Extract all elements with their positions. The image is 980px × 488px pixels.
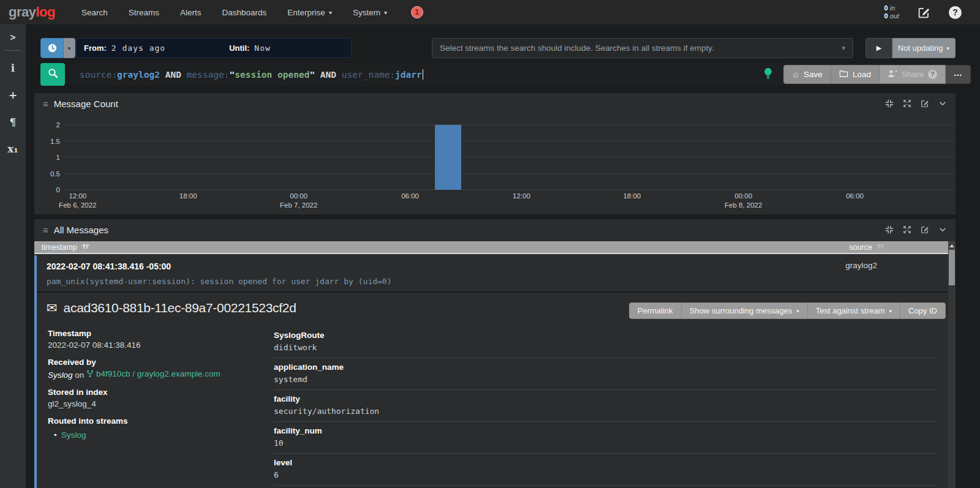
x-tick-label: 12:00 bbox=[513, 192, 530, 200]
scrollbar-thumb[interactable] bbox=[949, 250, 955, 285]
field-value: diditwork bbox=[274, 343, 936, 352]
column-header-source[interactable]: source bbox=[849, 242, 884, 252]
field-name[interactable]: facility bbox=[274, 394, 936, 404]
nav-item-streams[interactable]: Streams bbox=[118, 0, 170, 24]
message-block: 2022-02-07 08:41:38.416 -05:00 graylog2 … bbox=[34, 255, 948, 488]
caret-down-icon: ▾ bbox=[947, 45, 950, 51]
column-header-timestamp[interactable]: timestamp bbox=[42, 242, 89, 252]
folder-icon bbox=[839, 69, 848, 80]
test-against-stream-button[interactable]: Test against stream▾ bbox=[808, 302, 900, 319]
message-table-row[interactable]: 2022-02-07 08:41:38.416 -05:00 graylog2 bbox=[37, 255, 948, 273]
query-action-buttons: ☆ Save Load Share ? ⋯ bbox=[783, 65, 971, 84]
sidebar-expand-chevron-icon[interactable]: > bbox=[0, 24, 26, 49]
nav-item-system[interactable]: System▾ bbox=[342, 0, 398, 24]
show-surrounding-messages-button[interactable]: Show surrounding messages▾ bbox=[682, 302, 808, 319]
y-tick-label: 1.5 bbox=[50, 138, 60, 145]
info-icon[interactable]: i bbox=[7, 54, 18, 81]
search-button[interactable] bbox=[40, 63, 65, 86]
query-text: source:graylog2 AND message:"session ope… bbox=[80, 70, 422, 80]
field-name[interactable]: SyslogRoute bbox=[274, 331, 936, 340]
formatting-icon[interactable]: ¶ bbox=[7, 108, 18, 135]
gridline bbox=[64, 124, 956, 125]
lightbulb-icon[interactable] bbox=[763, 67, 774, 82]
sort-icon[interactable] bbox=[876, 242, 884, 252]
nav-item-alerts[interactable]: Alerts bbox=[170, 0, 212, 24]
field-block-level: level6 bbox=[274, 454, 936, 486]
message-id: acad3610-881b-11ec-89a7-00221523cf2d bbox=[64, 301, 296, 315]
timerange-display[interactable]: From: 2 days ago Until: Now bbox=[76, 38, 352, 58]
focus-widget-icon[interactable] bbox=[885, 225, 894, 234]
field-name[interactable]: facility_num bbox=[274, 426, 936, 435]
field-value: 10 bbox=[274, 438, 936, 448]
timerange-caret-button[interactable]: ▾ bbox=[64, 38, 75, 58]
query-token-value: graylog2 bbox=[117, 70, 160, 80]
triangle-up-icon bbox=[949, 244, 954, 247]
nav-item-enterprise[interactable]: Enterprise▾ bbox=[277, 0, 342, 24]
caret-down-icon: ▾ bbox=[384, 9, 387, 16]
routed-streams-list: Syslog bbox=[48, 430, 274, 440]
collapse-widget-chevron-icon[interactable] bbox=[938, 225, 947, 234]
edit-pencil-square-icon[interactable] bbox=[918, 6, 930, 19]
from-label: From: bbox=[84, 43, 107, 53]
nav-item-dashboards[interactable]: Dashboards bbox=[212, 0, 277, 24]
play-button[interactable]: ▶ bbox=[865, 38, 892, 58]
stream-link[interactable]: Syslog bbox=[61, 430, 86, 440]
caret-down-icon: ▾ bbox=[329, 9, 332, 16]
field-value: security/authorization bbox=[274, 407, 936, 416]
field-block-facility_num: facility_num10 bbox=[274, 422, 936, 454]
copy-id-button[interactable]: Copy ID bbox=[900, 302, 946, 319]
refresh-interval-button[interactable]: Not updating ▾ bbox=[892, 38, 956, 58]
focus-widget-icon[interactable] bbox=[885, 99, 894, 108]
sidebar-divider bbox=[5, 50, 21, 51]
x-tick-time: 06:00 bbox=[846, 192, 864, 200]
table-scrollbar[interactable] bbox=[948, 241, 956, 488]
expand-widget-icon[interactable] bbox=[903, 99, 911, 108]
message-count-widget: ≡ Message Count 00.511.52 12:00Feb 6, 20… bbox=[34, 93, 956, 214]
undeclared-fields-icon[interactable]: x₁ bbox=[7, 135, 18, 162]
graylog-logo[interactable]: graylog bbox=[0, 4, 71, 20]
x-tick-time: 18:00 bbox=[179, 192, 197, 200]
drag-handle-icon[interactable]: ≡ bbox=[43, 99, 48, 109]
x-tick-date: Feb 6, 2022 bbox=[59, 201, 96, 209]
query-token-string: session opened bbox=[235, 70, 309, 80]
message-detail-actions: PermalinkShow surrounding messages▾Test … bbox=[629, 302, 946, 319]
query-token-value: jdarr bbox=[395, 70, 422, 80]
more-actions-button[interactable]: ⋯ bbox=[946, 65, 971, 84]
scrollbar-up-arrow[interactable] bbox=[948, 241, 956, 250]
add-icon[interactable]: + bbox=[7, 81, 18, 108]
share-button[interactable]: Share ? bbox=[880, 65, 946, 84]
message-count-chart: 00.511.52 12:00Feb 6, 202218:0000:00Feb … bbox=[34, 118, 956, 214]
field-name[interactable]: level bbox=[274, 458, 936, 467]
timerange-clock-icon-button[interactable] bbox=[40, 38, 64, 58]
chevron-down-icon: ▾ bbox=[842, 44, 845, 52]
y-tick-label: 2 bbox=[56, 121, 60, 129]
field-value: 6 bbox=[274, 470, 936, 479]
nav-item-search[interactable]: Search bbox=[71, 0, 118, 24]
help-icon[interactable]: ? bbox=[949, 6, 962, 19]
permalink-button[interactable]: Permalink bbox=[629, 302, 682, 319]
widget-title: All Messages bbox=[54, 225, 108, 235]
x-tick-date: Feb 7, 2022 bbox=[280, 201, 317, 209]
collapse-widget-chevron-icon[interactable] bbox=[938, 99, 947, 108]
edit-widget-icon[interactable] bbox=[921, 99, 929, 108]
throughput-indicator[interactable]: 0 in 0 out bbox=[884, 4, 899, 20]
save-button[interactable]: ☆ Save bbox=[783, 65, 831, 84]
notification-badge[interactable]: 1 bbox=[411, 6, 423, 18]
histogram-bar bbox=[435, 125, 461, 190]
query-token-operator: AND bbox=[315, 70, 342, 80]
edit-widget-icon[interactable] bbox=[921, 225, 929, 234]
envelope-icon: ✉ bbox=[47, 301, 58, 315]
load-button[interactable]: Load bbox=[831, 65, 880, 84]
field-value: systemd bbox=[274, 375, 936, 384]
node-link[interactable]: b4f910cb / graylog2.example.com bbox=[86, 369, 221, 378]
timestamp-value: 2022-02-07 08:41:38.416 bbox=[48, 340, 274, 350]
message-fields: SyslogRoutediditworkapplication_namesyst… bbox=[274, 326, 938, 488]
stream-select[interactable]: Select streams the search should include… bbox=[432, 38, 853, 58]
source-column-label: source bbox=[849, 243, 872, 252]
drag-handle-icon[interactable]: ≡ bbox=[43, 225, 48, 235]
field-name[interactable]: application_name bbox=[274, 362, 936, 372]
expand-widget-icon[interactable] bbox=[903, 225, 911, 234]
navbar-right: 0 in 0 out ? bbox=[884, 4, 980, 20]
message-preview[interactable]: pam_unix(systemd-user:session): session … bbox=[37, 273, 948, 293]
sort-icon[interactable] bbox=[81, 242, 89, 252]
